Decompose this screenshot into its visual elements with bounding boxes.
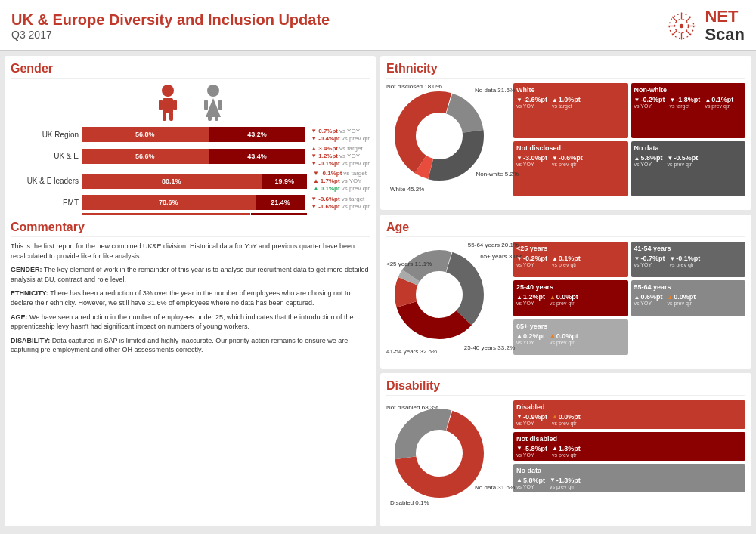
svg-rect-20 — [215, 112, 218, 121]
row-label: UK & E — [11, 152, 79, 160]
age-content: 55-64 years 20.1% 65+ years 3.0% <25 yea… — [386, 242, 745, 355]
bar-container: 56.6% 43.4% — [82, 149, 305, 164]
svg-rect-19 — [208, 112, 212, 121]
male-bar: 80.1% — [82, 174, 262, 189]
svg-point-33 — [426, 282, 452, 307]
age-label-65plus: 65+ years 3.0% — [480, 253, 522, 260]
svg-rect-12 — [163, 98, 173, 113]
svg-line-5 — [672, 17, 677, 21]
main-content: Gender — [0, 51, 756, 531]
eth-label-white: White 45.2% — [390, 186, 424, 193]
logo: NET Scan — [665, 8, 745, 44]
commentary-para-3: AGE: We have seen a reduction in the num… — [11, 313, 370, 332]
header: UK & Europe Diversity and Inclusion Upda… — [0, 0, 756, 51]
disability-title: Disability — [386, 379, 745, 396]
age-box-65plus: 65+ years ▲0.2%pt vs YOY ▲0.0%pt vs prev… — [513, 319, 628, 355]
eth-box-not-disclosed: Not disclosed ▼ -3.0%pt vs YOY ▼ — [513, 141, 628, 196]
table-row: EMT 78.6% 21.4% ▼ -8.6%pt vs target ▼ -1… — [11, 195, 370, 210]
row-label: UK Region — [11, 131, 79, 139]
commentary-text: This is the first report for the new com… — [11, 242, 370, 355]
ethnicity-donut-area: Not disclosed 18.0% No data 31.6% Non-wh… — [386, 83, 507, 196]
header-title-block: UK & Europe Diversity and Inclusion Upda… — [11, 11, 330, 41]
svg-point-17 — [207, 85, 219, 97]
age-label-u25: <25 years 11.1% — [386, 261, 432, 267]
gender-icons — [11, 83, 370, 121]
table-row: UK Region 56.8% 43.2% ▼ 0.7%pt vs YOY ▼ … — [11, 127, 370, 142]
ethnicity-title: Ethnicity — [386, 62, 745, 79]
svg-rect-13 — [163, 112, 166, 121]
gender-title: Gender — [11, 62, 370, 79]
bar-container: 56.8% 43.2% — [82, 127, 305, 142]
net-scan-logo-icon — [665, 9, 699, 43]
age-box-55-64: 55-64 years ▲0.6%pt vs YOY ▲0.0%pt vs pr… — [631, 280, 746, 316]
age-label-55-64: 55-64 years 20.1% — [468, 242, 519, 248]
male-bar: 56.8% — [82, 127, 209, 142]
disability-section: Disability Not disabled 68.3% No data 31… — [380, 373, 751, 527]
female-bar: 43.2% — [209, 127, 305, 142]
female-bar: 19.9% — [262, 174, 307, 189]
male-icon — [156, 83, 179, 121]
age-stats-grid: <25 years ▼-0.2%pt vs YOY ▲0.1%pt vs pre… — [513, 242, 745, 355]
svg-point-11 — [162, 85, 174, 97]
eth-label-no-data: No data 31.6% — [475, 87, 515, 94]
svg-point-27 — [426, 123, 452, 149]
svg-rect-16 — [173, 100, 177, 110]
age-box-41-54: 41-54 years ▼-0.7%pt vs YOY ▼-0.1%pt vs … — [631, 242, 746, 277]
dis-label-not-disabled: Not disabled 68.3% — [386, 404, 438, 411]
age-label-25-40: 25-40 years 33.2% — [464, 344, 515, 351]
eth-box-non-white: Non-white ▼ -0.2%pt vs YOY ▼ — [631, 83, 746, 138]
row-label: EMT — [11, 199, 79, 207]
svg-line-6 — [686, 30, 691, 35]
svg-line-7 — [686, 17, 691, 21]
ethnicity-content: Not disclosed 18.0% No data 31.6% Non-wh… — [386, 83, 745, 196]
table-row: UK & E 56.6% 43.4% ▲ 3.4%pt vs target ▼ … — [11, 145, 370, 167]
gender-stats: ▼ 0.7%pt vs YOY ▼ -0.4%pt vs prev qtr — [311, 128, 370, 142]
commentary-para-0: This is the first report for the new com… — [11, 242, 370, 261]
logo-text: NET Scan — [705, 8, 745, 44]
age-donut-area: 55-64 years 20.1% 65+ years 3.0% <25 yea… — [386, 242, 507, 355]
commentary-para-4: DISABILITY: Data captured in SAP is limi… — [11, 336, 370, 355]
age-section: Age 55-64 years 20.1% 65+ years 3.0% <25… — [380, 215, 751, 369]
age-label-41-54: 41-54 years 32.6% — [386, 348, 437, 355]
age-box-25-40: 25-40 years ▲1.2%pt vs YOY ▲0.0%pt vs pr… — [513, 280, 628, 316]
age-box-u25: <25 years ▼-0.2%pt vs YOY ▲0.1%pt vs pre… — [513, 242, 628, 277]
dis-box-no-data: No data ▲5.8%pt vs YOY ▼-1.3%pt vs prev … — [513, 464, 745, 492]
table-row: UK & E leaders 80.1% 19.9% ▼ -0.1%pt vs … — [11, 170, 370, 192]
svg-point-0 — [680, 23, 683, 27]
svg-point-37 — [426, 440, 452, 466]
commentary-para-2: ETHNICITY: There has been a reduction of… — [11, 289, 370, 307]
commentary-para-1: GENDER: The key element of work in the r… — [11, 265, 370, 284]
dis-label-disabled: Disabled 0.1% — [390, 499, 429, 506]
eth-label-not-disclosed: Not disclosed 18.0% — [386, 83, 442, 90]
bar-container: 80.1% 19.9% — [82, 174, 307, 189]
commentary-title: Commentary — [11, 221, 370, 237]
age-donut-chart — [386, 242, 492, 347]
eth-box-white: White ▼ -2.6%pt vs YOY ▲ 1. — [513, 83, 628, 138]
row-label: UK & E leaders — [11, 177, 79, 185]
commentary-section: Commentary This is the first report for … — [5, 215, 376, 526]
disability-content: Not disabled 68.3% No data 31.6% Disable… — [386, 400, 745, 514]
ethnicity-section: Ethnicity Not disclosed 18.0% No data 31… — [380, 56, 751, 210]
female-bar: 21.4% — [256, 195, 305, 210]
gender-stats: ▲ 3.4%pt vs target ▼ 1.2%pt vs YOY ▼ -0.… — [311, 145, 370, 167]
eth-box-no-data: No data ▲ 5.8%pt vs YOY ▼ - — [631, 141, 746, 196]
dis-box-disabled: Disabled ▼-0.9%pt vs YOY ▲0.0%pt vs prev… — [513, 400, 745, 429]
dis-stats-list: Disabled ▼-0.9%pt vs YOY ▲0.0%pt vs prev… — [513, 400, 745, 514]
age-title: Age — [386, 221, 745, 237]
page-subtitle: Q3 2017 — [11, 29, 330, 41]
svg-rect-21 — [204, 100, 208, 110]
dis-box-not-disabled: Not disabled ▼-5.8%pt vs YOY ▲1.3%pt vs … — [513, 432, 745, 461]
male-bar: 56.6% — [82, 149, 209, 164]
eth-label-non-white: Non-white 5.2% — [476, 171, 519, 177]
female-bar: 43.4% — [209, 149, 305, 164]
bar-container: 78.6% 21.4% — [82, 195, 305, 210]
svg-rect-14 — [169, 112, 173, 121]
svg-rect-15 — [159, 100, 163, 110]
eth-stats-grid: White ▼ -2.6%pt vs YOY ▲ 1. — [513, 83, 745, 196]
gender-stats: ▼ -8.6%pt vs target ▼ -1.6%pt vs prev qt… — [311, 196, 370, 210]
disability-donut-area: Not disabled 68.3% No data 31.6% Disable… — [386, 400, 507, 514]
svg-rect-22 — [218, 100, 222, 110]
male-bar: 78.6% — [82, 195, 256, 210]
dis-label-no-data: No data 31.6% — [475, 484, 515, 491]
page-title: UK & Europe Diversity and Inclusion Upda… — [11, 11, 330, 29]
